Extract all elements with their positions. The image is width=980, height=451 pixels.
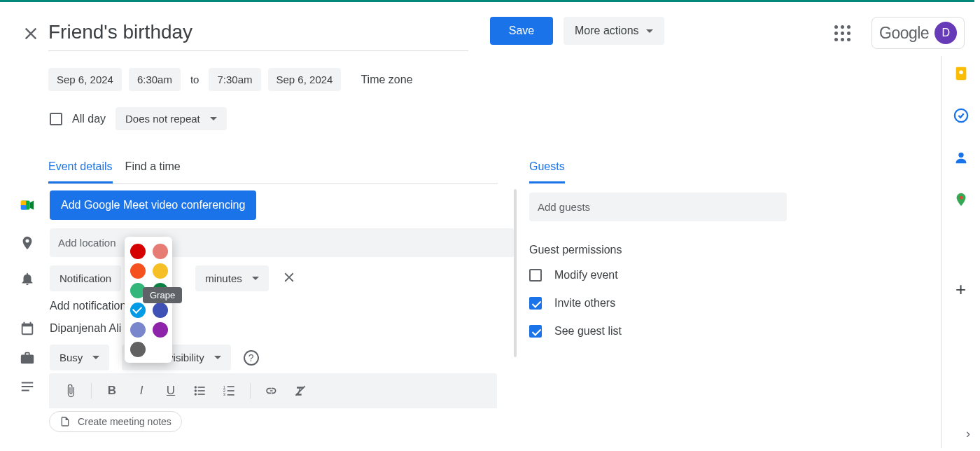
color-swatch-tomato[interactable] [130,244,146,259]
contacts-icon[interactable] [953,150,969,165]
pane-divider [514,189,517,357]
numbered-list-button[interactable]: 123 [216,380,243,401]
close-icon [281,270,297,285]
close-button[interactable] [21,24,41,43]
italic-button[interactable]: I [128,380,155,401]
underline-button[interactable]: U [158,380,184,401]
svg-rect-9 [198,394,205,395]
svg-point-6 [195,389,197,391]
svg-point-18 [959,70,963,74]
collapse-side-panel-button[interactable]: › [966,426,970,441]
event-title-input[interactable] [48,18,468,51]
color-swatch-grape[interactable] [153,322,168,338]
svg-point-4 [195,386,197,388]
guest-permissions-title: Guest permissions [529,244,622,256]
calendar-icon [20,321,35,336]
location-icon [20,235,35,251]
account-chip[interactable]: Google D [872,17,965,49]
remove-notification-button[interactable] [281,270,297,288]
timezone-button[interactable]: Time zone [360,74,412,86]
tab-event-details[interactable]: Event details [48,155,113,183]
add-guests-input[interactable] [529,193,787,221]
keep-icon[interactable] [953,66,969,81]
color-swatch-tangerine[interactable] [130,263,146,279]
add-google-meet-button[interactable]: Add Google Meet video conferencing [50,190,256,220]
svg-rect-15 [227,394,234,396]
svg-rect-2 [21,205,26,209]
insert-link-button[interactable] [258,380,284,401]
svg-point-20 [958,153,963,158]
svg-marker-3 [30,201,34,210]
google-apps-button[interactable] [834,25,850,41]
repeat-select[interactable]: Does not repeat [115,107,227,130]
all-day-checkbox[interactable] [50,113,62,125]
maps-icon[interactable] [953,192,969,207]
bell-icon [20,271,35,286]
availability-select[interactable]: Busy [50,345,109,370]
google-meet-icon [20,197,35,213]
calendar-owner-label[interactable]: Dipanjenah Ali [50,322,121,335]
bold-button[interactable]: B [99,380,125,401]
to-label: to [188,74,202,85]
svg-point-8 [195,393,197,395]
see-guest-list-checkbox[interactable] [529,325,542,338]
window-accent-bar [0,0,974,2]
chevron-down-icon [214,356,221,359]
svg-rect-13 [227,390,234,391]
side-panel: + [941,56,980,448]
create-meeting-notes-button[interactable]: Create meeting notes [49,411,182,432]
color-swatch-lavender[interactable] [130,322,146,338]
color-swatch-graphite[interactable] [130,342,146,357]
end-date-chip[interactable]: Sep 6, 2024 [268,68,342,91]
end-time-chip[interactable]: 7:30am [209,68,260,91]
document-icon [59,416,71,427]
see-guest-list-label: See guest list [554,325,622,338]
svg-rect-11 [227,386,234,387]
description-icon [20,379,35,394]
notification-unit-select[interactable]: minutes [195,265,269,291]
bulleted-list-button[interactable] [187,380,214,401]
svg-rect-5 [198,387,205,388]
save-button[interactable]: Save [490,17,553,45]
color-tooltip: Grape [143,287,182,303]
color-swatch-banana[interactable] [153,263,168,279]
more-actions-label: More actions [575,25,639,37]
tab-find-a-time[interactable]: Find a time [125,155,181,183]
color-swatch-flamingo[interactable] [153,244,168,259]
notification-type-select[interactable]: Notification [50,265,121,291]
chevron-down-icon [252,277,259,280]
chevron-down-icon [92,356,99,359]
google-logo-text: Google [879,24,929,43]
description-toolbar: B I U 123 [49,373,497,408]
location-input[interactable] [50,228,514,257]
modify-event-label: Modify event [554,269,618,282]
all-day-label: All day [72,113,106,125]
start-time-chip[interactable]: 6:30am [129,68,181,91]
modify-event-checkbox[interactable] [529,269,542,282]
add-addon-button[interactable]: + [953,282,969,297]
clear-formatting-button[interactable] [287,380,314,401]
svg-rect-7 [198,390,205,391]
visibility-help-icon[interactable]: ? [244,350,259,366]
attach-file-button[interactable] [57,380,84,401]
svg-rect-1 [21,201,26,205]
invite-others-checkbox[interactable] [529,297,542,310]
briefcase-icon [20,350,35,366]
more-actions-button[interactable]: More actions [564,17,664,45]
svg-text:3: 3 [223,392,225,396]
color-swatch-blueberry[interactable] [153,303,168,318]
svg-point-21 [959,196,962,200]
tab-guests[interactable]: Guests [529,155,565,183]
avatar[interactable]: D [934,22,957,44]
chevron-down-icon [646,29,653,33]
close-icon [21,24,41,43]
chevron-down-icon [210,117,217,120]
tasks-icon[interactable] [953,108,969,123]
start-date-chip[interactable]: Sep 6, 2024 [48,68,122,91]
invite-others-label: Invite others [554,297,615,310]
color-swatch-peacock[interactable] [130,303,146,318]
add-notification-button[interactable]: Add notification [50,300,126,312]
